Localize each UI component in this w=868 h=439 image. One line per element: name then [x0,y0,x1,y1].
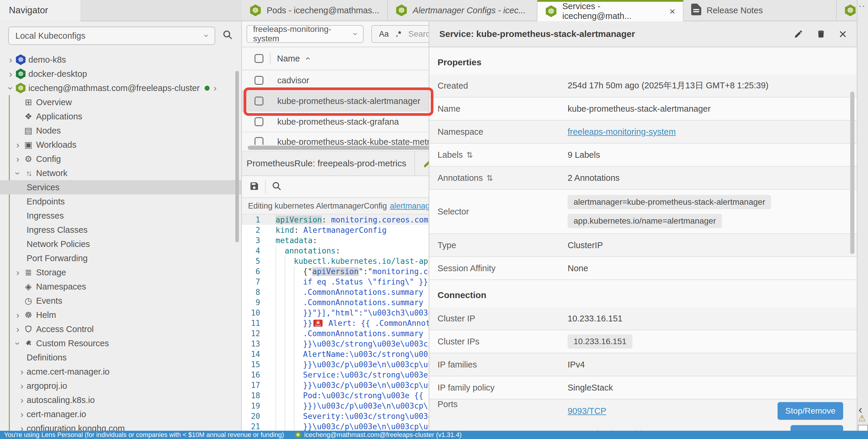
document-icon [691,4,701,18]
license-message: You're using Lens Personal (for individu… [4,431,284,439]
sidebar-item-events[interactable]: ◷Events [0,294,241,308]
port-link[interactable]: 9093/TCP [568,406,607,416]
sidebar-item-workloads[interactable]: ›▣Workloads [0,138,241,152]
chevron-down-icon[interactable]: › [12,339,23,348]
chevron-right-icon[interactable]: › [13,310,23,320]
edit-pencil-icon[interactable] [794,29,803,39]
indent-guide [276,266,285,276]
code-token: monitoring.coreos.com/v1 [331,215,442,224]
detail-row-value: ClusterIP [568,240,857,250]
row-checkbox[interactable] [254,137,264,145]
row-checkbox[interactable] [254,117,264,126]
sidebar-item-ingresses[interactable]: Ingresses [0,209,241,223]
chevron-right-icon[interactable]: › [6,69,16,79]
chevron-right-icon[interactable]: › [13,324,23,335]
sort-updown-icon[interactable]: ⇅ [486,174,493,182]
code-token: kind [276,226,294,235]
chevron-right-icon[interactable]: › [13,267,23,278]
indent-guide [276,370,285,380]
chevron-right-icon[interactable]: › [17,366,27,377]
match-case-toggle[interactable]: Aa [379,30,389,39]
sidebar-item-network[interactable]: ›↑↓Network [0,166,241,180]
sidebar-item-applications[interactable]: ❖Applications [0,109,241,124]
indent-guide [285,318,294,328]
cluster-tree: ›☸demo-k8s›☸docker-desktop›☸icecheng@mat… [0,53,241,439]
row-checkbox[interactable] [254,76,264,85]
line-number: 5 [242,257,262,266]
chevron-down-icon[interactable]: › [5,83,16,93]
sidebar-item-cert-manager-io[interactable]: ›cert-manager.io [0,407,241,421]
sidebar-item-argoproj-io[interactable]: ›argoproj.io [0,379,241,393]
sidebar-item-network-policies[interactable]: Network Policies [0,237,241,251]
sidebar-item-ingress-classes[interactable]: Ingress Classes [0,223,241,237]
tab-pods-icecheng-mathmas-[interactable]: ☸Pods - icecheng@mathmas... [242,0,388,21]
tab-alertmanager-configs-icec-[interactable]: ☸Alertmanager Configs - icec... [388,0,537,21]
sidebar-scrollbar[interactable] [235,71,239,242]
detail-row-label: Cluster IP [438,314,568,324]
code-text: }})\u003c/p\u003e\n\u003cp\u00 [276,401,442,411]
sidebar-item-label: Nodes [36,126,61,136]
sidebar-item-acme-cert-manager-io[interactable]: ›acme.cert-manager.io [0,365,241,379]
sidebar-item-label: icecheng@mathmast.com@freeleaps-cluster [28,83,200,93]
code-token: .CommonAnnotations.summary }} [303,298,437,307]
sidebar-item-services[interactable]: Services [0,180,241,194]
port-action-button[interactable]: Stop/Remove [778,402,843,420]
tab-release-notes[interactable]: Release Notes [684,0,837,21]
sidebar-item-namespaces[interactable]: ◈Namespaces [0,279,241,294]
sidebar-item-helm[interactable]: ›☸Helm [0,308,241,322]
chevron-right-icon[interactable]: › [214,83,217,93]
chevron-right-icon[interactable]: › [17,409,27,420]
code-text: annotations: [276,245,340,256]
detail-scrollbar[interactable] [850,92,855,254]
sidebar-item-nodes[interactable]: ▤Nodes [0,124,241,138]
navigator-tab[interactable]: Navigator [0,0,81,21]
sidebar-item-config[interactable]: ›⚙Config [0,152,241,166]
code-token: apiVersion [312,267,359,276]
chevron-right-icon[interactable]: › [13,154,23,165]
sidebar-item-docker-desktop[interactable]: ›☸docker-desktop [0,67,241,81]
sidebar-item-demo-k8s[interactable]: ›☸demo-k8s [0,53,241,67]
namespace-select[interactable]: freeleaps-monitoring-system › [247,25,364,43]
sidebar-item-custom-resources[interactable]: ›Custom Resources [0,336,241,350]
code-token: ":" [359,267,373,276]
indent-guide [285,401,294,411]
sidebar-item-autoscaling-k8s-io[interactable]: ›autoscaling.k8s.io [0,393,241,407]
close-icon[interactable]: × [669,6,675,17]
code-text: .CommonAnnotations.summary }} [276,328,437,339]
active-cluster-label[interactable]: icecheng@mathmast.com@freeleaps-cluster … [304,431,462,439]
delete-trash-icon[interactable] [816,29,826,39]
sidebar-item-definitions[interactable]: Definitions [0,350,241,365]
code-token: Pod:\u003c/strong\u003e {{ .Co [303,391,442,400]
indent-guide [276,401,285,411]
sidebar-item-icecheng-mathmast-com-freeleaps-cluster[interactable]: ›☸icecheng@mathmast.com@freeleaps-cluste… [0,81,241,95]
connected-status-dot [205,86,210,91]
detail-row-label: Cluster IPs [438,337,568,346]
code-token: .CommonAnnotations.summary }} [303,329,437,338]
namespace-link[interactable]: freeleaps-monitoring-system [568,127,676,136]
column-header-name[interactable]: Name [277,54,300,64]
kubeconfig-select[interactable]: Local Kubeconfigs › [8,27,215,45]
detail-body: PropertiesCreated254d 17h 50m ago (2025年… [429,47,857,439]
row-checkbox[interactable] [254,97,264,105]
sidebar-item-port-forwarding[interactable]: Port Forwarding [0,251,241,265]
editor-search-icon[interactable] [272,181,282,192]
chevron-right-icon[interactable]: › [6,54,16,65]
indent-guide [294,276,303,287]
chevron-right-icon[interactable]: › [13,139,23,150]
code-token: .CommonAnnotations.summary }} [303,288,437,297]
chevron-down-icon[interactable]: › [12,168,23,178]
indent-guide [285,390,294,401]
sidebar-item-storage[interactable]: ›≣Storage [0,265,241,279]
save-icon[interactable] [249,181,259,192]
select-all-checkbox[interactable] [254,54,264,63]
sidebar-item-overview[interactable]: ⊞Overview [0,95,241,109]
sort-updown-icon[interactable]: ⇅ [466,151,473,160]
sidebar-item-access-control[interactable]: ›Access Control [0,322,241,336]
tab-services-icecheng-math-[interactable]: ☸Services - icecheng@math...× [537,0,684,21]
chevron-right-icon[interactable]: › [17,380,27,392]
sidebar-item-endpoints[interactable]: Endpoints [0,194,241,209]
regex-toggle[interactable]: .* [396,30,401,39]
search-icon[interactable] [222,30,233,40]
chevron-right-icon[interactable]: › [17,395,27,406]
close-icon[interactable]: × [839,27,847,41]
